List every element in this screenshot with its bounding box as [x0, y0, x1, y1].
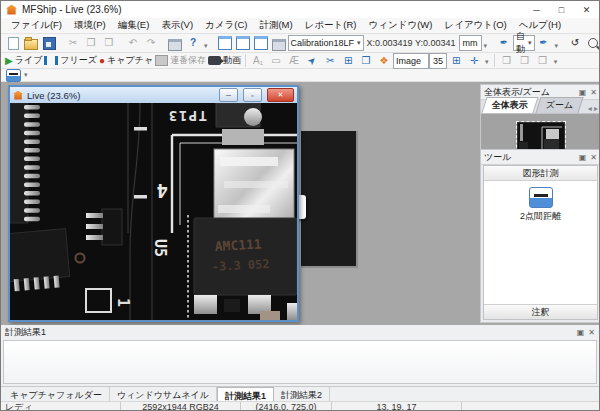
live-label: ライブ [15, 54, 43, 67]
open-file-button[interactable] [23, 36, 39, 51]
movie-button[interactable]: 動画 [208, 53, 241, 68]
cut-button[interactable]: ✂ [65, 36, 81, 51]
copy-button[interactable]: ❐ [83, 36, 99, 51]
close-icon[interactable]: ✕ [588, 328, 595, 337]
grid-icon: ⊞ [452, 56, 460, 66]
close-button[interactable]: ✕ [574, 1, 599, 18]
sequential-save-button[interactable]: 連番保存 [155, 53, 206, 68]
annotation-section-button[interactable]: 注釈 [484, 304, 597, 319]
new-file-button[interactable] [5, 36, 21, 51]
annotation-ae-button[interactable]: Æ [286, 53, 302, 68]
tab-full-view[interactable]: 全体表示 [481, 97, 538, 113]
tab-window-thumbnail[interactable]: ウィンドウサムネイル [110, 387, 217, 401]
grid-small-button[interactable]: ⊞ [448, 53, 464, 68]
toolbar-overflow-icon[interactable]: ▾ [24, 71, 28, 81]
help-button[interactable]: ? [185, 36, 201, 51]
results-table-area [3, 340, 597, 384]
results-panel-title: 計測結果1 [5, 326, 573, 339]
live-minimize-button[interactable]: ─ [219, 88, 238, 102]
print-button[interactable] [271, 36, 287, 51]
live-image-window[interactable]: Live (23.6%) ─ ▫ ✕ [8, 85, 299, 322]
window-view-button[interactable]: ❐ [358, 53, 374, 68]
annotation-a-button[interactable]: A₁ [250, 53, 266, 68]
pin-icon[interactable]: ▣ [579, 153, 587, 162]
tool-group-shape-measure[interactable]: 図形計測 [484, 166, 597, 181]
calibration-select[interactable]: Calibration18LF▾ [288, 35, 364, 51]
tool-icon: ❒ [538, 56, 547, 66]
toolbar-overflow-icon[interactable]: ▾ [555, 42, 559, 52]
freeze-button[interactable]: フリーズ [44, 53, 97, 68]
disabled-tool-a[interactable]: ❒ [499, 53, 515, 68]
toolbar-overflow-icon[interactable]: ▾ [554, 58, 558, 68]
tab-capture-folder[interactable]: キャプチャフォルダー [3, 387, 110, 401]
menu-measure[interactable]: 計測(M) [253, 17, 298, 34]
live-window-title-bar[interactable]: Live (23.6%) ─ ▫ ✕ [10, 87, 297, 103]
pen-tool2-button[interactable]: ✒ [536, 36, 552, 51]
title-bar[interactable]: MFShip - Live (23.6%) ─ □ ✕ [1, 1, 599, 18]
live-button[interactable]: ▶ライブ [5, 53, 42, 68]
window-tile-h-button[interactable] [235, 36, 251, 51]
measure-distance-button[interactable] [5, 68, 21, 83]
crop-tool-button[interactable]: ✂ [322, 53, 338, 68]
disabled-tool-b[interactable]: ❒ [517, 53, 533, 68]
live-restore-button[interactable]: ▫ [243, 88, 262, 102]
menu-camera[interactable]: カメラ(C) [199, 17, 253, 34]
menu-window[interactable]: ウィンドウ(W) [363, 17, 439, 34]
tab-result2[interactable]: 計測結果2 [274, 387, 330, 401]
window-cascade-button[interactable] [217, 36, 233, 51]
pan-tool-button[interactable]: ✛ [466, 53, 482, 68]
toolbar-overflow-icon[interactable]: ▾ [204, 42, 208, 52]
image-select[interactable]: Image [393, 53, 429, 69]
menu-edit[interactable]: 編集(E) [112, 17, 156, 34]
image-select-value: Image [396, 56, 426, 66]
pointer-icon: ➤ [306, 54, 319, 67]
mfship-window: MFShip - Live (23.6%) ─ □ ✕ ファイル(F) 環境(P… [0, 0, 600, 411]
paste-button[interactable]: ❒ [101, 36, 117, 51]
redo-button[interactable]: ↷ [143, 36, 159, 51]
unit-box: mm [459, 35, 482, 51]
tools-panel-header[interactable]: ツール ▣ ✕ [481, 150, 599, 165]
tab-result1[interactable]: 計測結果1 [217, 387, 274, 401]
select-tool-button[interactable]: ➤ [304, 53, 320, 68]
auto-mode-select[interactable]: 自動▾ [513, 35, 535, 51]
capture-button[interactable]: ●キャプチャ [99, 53, 153, 68]
tools-panel-title: ツール [484, 151, 575, 164]
maximize-button[interactable]: □ [549, 1, 574, 18]
menu-view[interactable]: 表示(V) [155, 17, 199, 34]
tools-box: 図形計測 2点間距離 注釈 [483, 165, 598, 320]
window-tile-v-icon [254, 36, 268, 50]
menu-report[interactable]: レポート(R) [299, 17, 363, 34]
tab-scroll-arrows[interactable]: ◂ ▸ [588, 104, 598, 113]
disabled-tool-c[interactable]: ❒ [535, 53, 551, 68]
grid-view-button[interactable]: ⊞ [340, 53, 356, 68]
window-tile-v-button[interactable] [253, 36, 269, 51]
annotation-rect-button[interactable]: ▭ [268, 53, 284, 68]
close-icon[interactable]: ✕ [590, 88, 597, 97]
print-setup-button[interactable] [167, 36, 183, 51]
toolbar-overflow-icon[interactable]: ▾ [484, 42, 488, 52]
menu-environment[interactable]: 環境(P) [68, 17, 112, 34]
menu-bar: ファイル(F) 環境(P) 編集(E) 表示(V) カメラ(C) 計測(M) レ… [1, 18, 599, 34]
frame-count-input[interactable]: 35 [429, 53, 447, 69]
undo-button[interactable]: ↶ [125, 36, 141, 51]
pin-icon[interactable]: ▣ [577, 328, 585, 337]
results-panel-header[interactable]: 計測結果1 ▣ ✕ [1, 325, 599, 339]
close-icon[interactable]: ✕ [590, 153, 597, 162]
toolbar-measure: ▾ [1, 69, 599, 82]
tool-two-point-distance[interactable]: 2点間距離 [484, 187, 597, 223]
live-close-button[interactable]: ✕ [267, 88, 294, 102]
pin-icon[interactable]: ▣ [579, 88, 587, 97]
toolbar-overflow-icon[interactable]: ▾ [485, 58, 489, 68]
background-image-window[interactable] [301, 131, 358, 268]
coordinate-readout: X:0.003419 Y:0.00341 [367, 38, 456, 48]
rotate-tool-button[interactable]: ↺ [567, 36, 583, 51]
tab-zoom[interactable]: ズーム [535, 97, 584, 113]
save-button[interactable] [41, 36, 57, 51]
zoom-tool-button[interactable] [585, 36, 600, 51]
minimize-button[interactable]: ─ [524, 1, 549, 18]
pen-tool-button[interactable]: ✒ [496, 36, 512, 51]
menu-layout[interactable]: レイアウト(O) [438, 17, 512, 34]
live-image-viewport[interactable]: TP13 4 U5 AMC111 -3.3 052 1 [10, 103, 297, 320]
color-tool-button[interactable]: ❖ [376, 53, 392, 68]
menu-file[interactable]: ファイル(F) [5, 17, 68, 34]
